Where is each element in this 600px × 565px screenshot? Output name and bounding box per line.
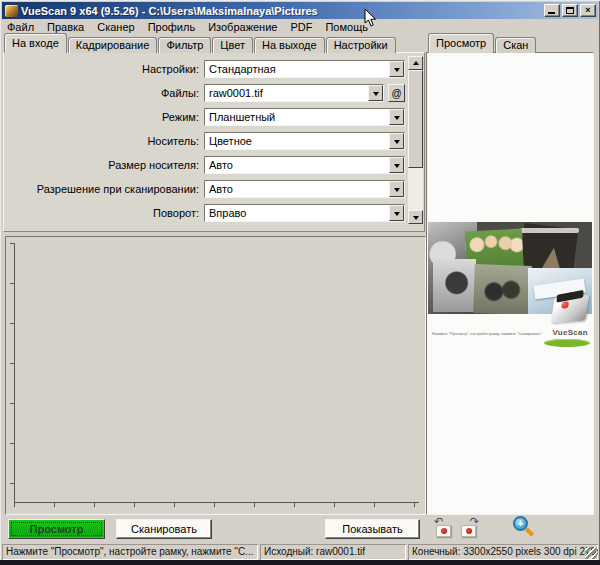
dropdown-arrow-icon[interactable] (389, 109, 404, 125)
show-button[interactable]: Показывать (325, 519, 420, 539)
resolution-select[interactable]: Авто (204, 180, 405, 198)
menu-scanner[interactable]: Сканер (97, 21, 134, 33)
collage-dog-photo (433, 259, 476, 312)
media-size-label: Размер носителя: (6, 159, 204, 171)
input-settings-panel: Настройки: Стандартная Файлы: raw0001.ti… (3, 52, 425, 232)
zoom-in-button[interactable]: + (511, 516, 535, 540)
maximize-button[interactable] (562, 4, 578, 17)
menu-pdf[interactable]: PDF (290, 21, 312, 33)
vuescan-logo-icon (551, 295, 590, 324)
maximize-icon (566, 7, 574, 14)
app-icon (5, 5, 18, 17)
title-bar: VueScan 9 x64 (9.5.26) - C:\Users\Maksim… (2, 2, 598, 19)
dropdown-arrow-icon[interactable] (368, 85, 383, 101)
vuescan-logo-swoosh (544, 339, 590, 347)
dropdown-arrow-icon[interactable] (389, 205, 404, 221)
close-button[interactable]: × (580, 4, 596, 17)
options-select[interactable]: Стандартная (204, 60, 405, 78)
mode-select[interactable]: Планшетный (204, 108, 405, 126)
ruler-vertical (14, 243, 15, 503)
form-row-files: Файлы: raw0001.tif @ (6, 81, 405, 105)
preview-pane[interactable]: Нажмите "Просмотр", настройте рамку, наж… (426, 52, 594, 515)
tab-preview[interactable]: Просмотр (428, 33, 494, 53)
tab-input[interactable]: На входе (4, 33, 67, 53)
media-label: Носитель: (6, 135, 204, 147)
form-row-media: Носитель: Цветное (6, 129, 405, 153)
dropdown-arrow-icon[interactable] (389, 181, 404, 197)
magnifier-handle (525, 527, 534, 536)
menu-file[interactable]: Файл (7, 21, 34, 33)
rotation-select[interactable]: Вправо (204, 204, 405, 222)
resize-grip[interactable] (585, 547, 597, 559)
form-row-mode: Режим: Планшетный (6, 105, 405, 129)
menu-help[interactable]: Помощь (325, 21, 368, 33)
rotate-left-button[interactable]: ↶ (433, 518, 455, 538)
tab-filter[interactable]: Фильтр (158, 37, 211, 53)
tab-color[interactable]: Цвет (212, 37, 253, 53)
scroll-down-icon[interactable] (408, 210, 423, 224)
rotate-right-button[interactable]: ↷ (458, 518, 480, 538)
menu-bar: Файл Правка Сканер Профиль Изображение P… (2, 19, 598, 34)
form-row-options: Настройки: Стандартная (6, 57, 405, 81)
form-row-media-size: Размер носителя: Авто (6, 153, 405, 177)
minimize-icon (548, 12, 555, 14)
dropdown-arrow-icon[interactable] (389, 61, 404, 77)
form-row-rotation: Поворот: Вправо (6, 201, 405, 225)
tab-output[interactable]: На выходе (254, 37, 325, 53)
options-label: Настройки: (6, 63, 204, 75)
window-title: VueScan 9 x64 (9.5.26) - C:\Users\Maksim… (21, 5, 544, 17)
mode-label: Режим: (6, 111, 204, 123)
files-label: Файлы: (6, 87, 204, 99)
window-bottom-edge (0, 560, 600, 565)
scan-button[interactable]: Сканировать (116, 519, 212, 539)
vuescan-logo-text: VueScan (552, 328, 588, 337)
status-bar: Нажмите "Просмотр", настройте рамку, наж… (2, 544, 598, 560)
scrollbar-thumb[interactable] (408, 70, 423, 168)
collage-boys-photo (473, 264, 532, 314)
collage-banner (520, 228, 579, 233)
dropdown-arrow-icon[interactable] (389, 157, 404, 173)
tab-scan[interactable]: Скан (495, 37, 536, 53)
vuescan-window: VueScan 9 x64 (9.5.26) - C:\Users\Maksim… (0, 0, 600, 565)
form-row-resolution: Разрешение при сканировании: Авто (6, 177, 405, 201)
rotation-label: Поворот: (6, 207, 204, 219)
settings-tab-strip: На входе Кадрирование Фильтр Цвет На вых… (4, 33, 397, 53)
scan-preview-area[interactable] (5, 236, 426, 515)
menu-image[interactable]: Изображение (208, 21, 277, 33)
browse-files-button[interactable]: @ (388, 84, 405, 102)
menu-edit[interactable]: Правка (47, 21, 84, 33)
focus-rect (11, 522, 102, 536)
media-size-select[interactable]: Авто (204, 156, 405, 174)
tab-crop[interactable]: Кадрирование (68, 37, 158, 53)
photo-thumb-icon (436, 525, 451, 537)
scroll-up-icon[interactable] (408, 56, 423, 70)
status-source-file: Исходный: raw0001.tif (260, 544, 406, 560)
close-icon: × (585, 6, 590, 15)
tab-prefs[interactable]: Настройки (326, 37, 396, 53)
status-hint: Нажмите "Просмотр", настройте рамку, наж… (2, 544, 258, 560)
form-scrollbar[interactable] (408, 56, 423, 224)
files-select[interactable]: raw0001.tif (204, 84, 384, 102)
dropdown-arrow-icon[interactable] (389, 133, 404, 149)
resolution-label: Разрешение при сканировании: (6, 183, 204, 195)
media-select[interactable]: Цветное (204, 132, 405, 150)
photo-thumb-icon (461, 525, 476, 537)
view-tab-strip: Просмотр Скан (428, 33, 537, 53)
thumbnail-caption: Нажмите "Просмотр", настройте рамку, наж… (432, 332, 506, 336)
status-output-info: Конечный: 3300x2550 pixels 300 dpi 279x2… (408, 544, 598, 560)
ruler-ticks-horizontal (14, 503, 419, 507)
preview-button[interactable]: Просмотр (8, 519, 105, 539)
menu-profile[interactable]: Профиль (148, 21, 196, 33)
minimize-button[interactable] (544, 4, 560, 17)
